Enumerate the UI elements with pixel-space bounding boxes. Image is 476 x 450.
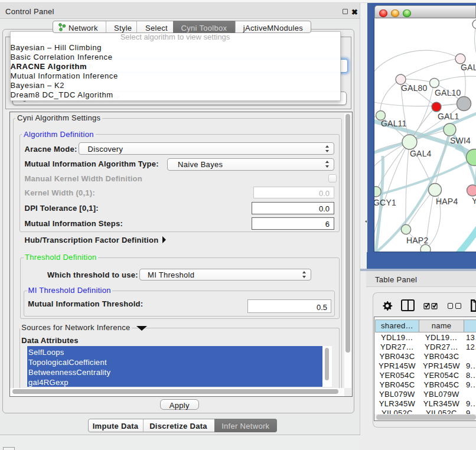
svg-text:SWI4: SWI4: [450, 136, 471, 145]
svg-text:HAP4: HAP4: [436, 197, 458, 206]
svg-text:GAL11: GAL11: [381, 119, 407, 128]
svg-text:GAL1: GAL1: [438, 112, 459, 121]
svg-text:GAL80: GAL80: [401, 83, 428, 93]
svg-text:HAP2: HAP2: [406, 236, 428, 245]
svg-text:GAL4: GAL4: [410, 149, 432, 158]
svg-text:GAL2: GAL2: [461, 63, 476, 72]
svg-text:GAL10: GAL10: [435, 88, 461, 97]
svg-text:Y: Y: [472, 196, 476, 206]
svg-text:GCY1: GCY1: [374, 198, 396, 207]
